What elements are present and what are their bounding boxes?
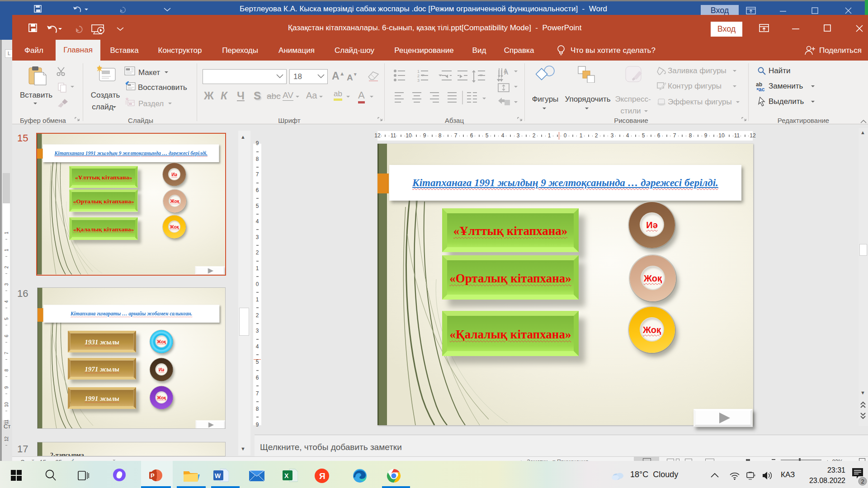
svg-text:P: P xyxy=(151,472,155,479)
svg-text:X: X xyxy=(284,472,289,479)
svg-text:1: 1 xyxy=(417,69,420,74)
svg-text:2: 2 xyxy=(861,478,864,485)
svg-text:3: 3 xyxy=(417,78,420,83)
svg-text:A: A xyxy=(504,68,508,74)
svg-text:2: 2 xyxy=(417,74,420,78)
svg-text:Я: Я xyxy=(319,471,326,481)
svg-text:W: W xyxy=(215,472,221,479)
svg-text:ac: ac xyxy=(759,86,765,92)
